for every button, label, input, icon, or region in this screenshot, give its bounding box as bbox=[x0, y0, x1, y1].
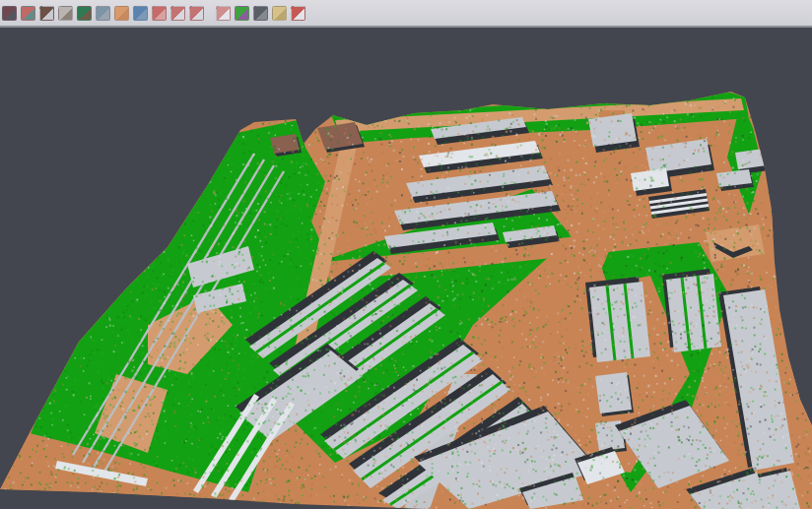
sparse-points-icon[interactable] bbox=[58, 6, 73, 21]
grid-cells-icon[interactable] bbox=[216, 6, 231, 21]
viewport-3d[interactable] bbox=[0, 28, 812, 509]
orange-block-icon[interactable] bbox=[114, 6, 129, 21]
column-view-icon[interactable] bbox=[96, 6, 110, 21]
point-cloud-scene bbox=[0, 28, 812, 509]
rect-select-icon[interactable] bbox=[189, 6, 204, 21]
terrain-clipped bbox=[0, 28, 812, 509]
globe-icon[interactable] bbox=[133, 6, 148, 21]
mesh-object-icon[interactable] bbox=[253, 6, 268, 21]
classify-points-icon[interactable] bbox=[21, 6, 35, 21]
toolbar-separator bbox=[206, 6, 214, 21]
circle-select-icon[interactable] bbox=[170, 6, 185, 21]
building-roof bbox=[666, 274, 721, 352]
vegetation-layer-icon[interactable] bbox=[77, 6, 92, 21]
point-cloud-svg[interactable] bbox=[0, 28, 812, 509]
terrain-model-icon[interactable] bbox=[39, 6, 54, 21]
measure-icon[interactable] bbox=[272, 6, 287, 21]
clear-results-icon[interactable] bbox=[291, 6, 305, 21]
list-red-icon[interactable] bbox=[152, 6, 167, 21]
classified-cloud-icon[interactable] bbox=[235, 6, 249, 21]
open-project-icon[interactable] bbox=[2, 6, 17, 21]
toolbar bbox=[0, 0, 812, 28]
building-roof bbox=[589, 282, 650, 362]
